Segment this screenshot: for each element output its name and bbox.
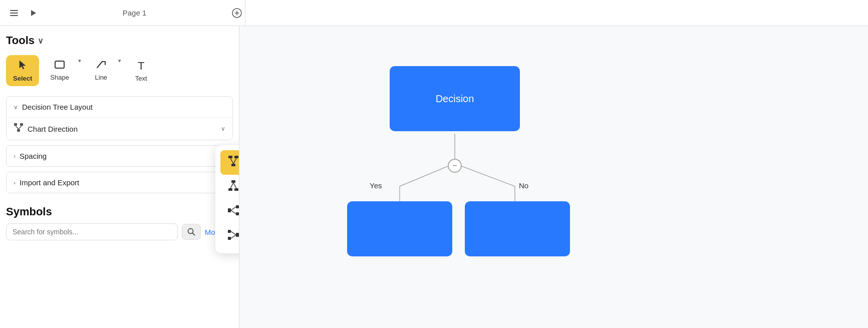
add-page-button[interactable]: [229, 5, 245, 21]
main-layout: Tools ∨ Select: [0, 26, 868, 328]
sidebar: Tools ∨ Select: [0, 26, 239, 328]
symbols-search-row: More: [6, 223, 233, 240]
decision-tree-header[interactable]: ∨ Decision Tree Layout: [7, 97, 232, 117]
svg-rect-23: [231, 180, 235, 183]
chart-direction-dropdown: Top Down Bottom Up: [215, 145, 239, 253]
svg-rect-24: [228, 188, 232, 191]
yes-label: Yes: [370, 181, 382, 190]
toolbar: Select Shape ▼: [6, 55, 233, 86]
dropdown-item-bottom-up[interactable]: Bottom Up: [220, 175, 239, 199]
svg-rect-9: [20, 123, 23, 126]
line-tool-button[interactable]: Line: [86, 56, 116, 85]
line-tool-container: Line ▼: [86, 56, 122, 85]
tab-bar: Page 1: [0, 0, 868, 26]
text-tool-button[interactable]: T Text: [126, 56, 156, 86]
dropdown-item-right-to-left[interactable]: Right to Left: [220, 224, 239, 248]
text-icon: T: [138, 60, 144, 73]
svg-line-21: [230, 158, 233, 164]
svg-line-40: [462, 166, 515, 186]
svg-line-27: [233, 183, 236, 188]
svg-rect-25: [234, 188, 238, 191]
svg-rect-7: [55, 61, 64, 68]
child-box-right[interactable]: [465, 201, 570, 256]
decision-tree-section: ∨ Decision Tree Layout Chart Direction ∨: [6, 96, 233, 140]
spacing-chevron: ›: [14, 153, 16, 160]
svg-rect-10: [17, 129, 20, 132]
chart-direction-icon: [14, 123, 24, 135]
line-label: Line: [95, 74, 108, 81]
shape-tool-button[interactable]: Shape: [43, 56, 76, 85]
top-down-icon: [227, 155, 239, 170]
search-input[interactable]: [6, 223, 178, 240]
import-export-label: Import and Export: [20, 178, 79, 187]
svg-line-36: [231, 231, 236, 235]
decision-tree-chevron: ∨: [14, 104, 18, 111]
svg-rect-29: [236, 205, 239, 208]
tools-header: Tools ∨: [6, 34, 233, 47]
svg-line-37: [231, 235, 236, 238]
import-export-section: › Import and Export: [6, 172, 233, 193]
select-label: Select: [13, 75, 32, 82]
svg-rect-28: [228, 208, 231, 212]
line-icon: [96, 60, 107, 72]
diagram: Decision − Yes No: [340, 66, 690, 306]
import-export-chevron: ›: [14, 179, 16, 186]
svg-line-32: [231, 210, 236, 214]
right-to-left-icon: [227, 229, 239, 243]
svg-line-31: [231, 207, 236, 210]
shape-arrow[interactable]: ▼: [77, 58, 82, 64]
spacing-label: Spacing: [20, 152, 47, 160]
dropdown-item-top-down[interactable]: Top Down: [220, 150, 239, 175]
tab-bar-left: Page 1: [6, 0, 245, 26]
svg-line-12: [19, 126, 22, 129]
shape-label: Shape: [50, 74, 69, 81]
svg-line-11: [16, 126, 19, 129]
decision-tree-label: Decision Tree Layout: [22, 103, 93, 111]
search-button[interactable]: [182, 224, 201, 240]
text-label: Text: [135, 75, 147, 82]
svg-rect-20: [231, 164, 235, 166]
list-icon-button[interactable]: [6, 5, 22, 21]
line-arrow[interactable]: ▼: [117, 58, 122, 64]
decision-box[interactable]: Decision: [390, 66, 520, 131]
cursor-icon: [17, 59, 28, 73]
tools-chevron[interactable]: ∨: [38, 36, 44, 46]
left-to-right-icon: [227, 204, 239, 219]
decision-label: Decision: [436, 93, 474, 105]
symbols-title: Symbols: [6, 205, 233, 218]
rect-icon: [54, 60, 65, 72]
play-icon-button[interactable]: [26, 6, 40, 20]
minus-circle[interactable]: −: [448, 159, 462, 173]
svg-rect-18: [228, 156, 232, 158]
svg-rect-8: [14, 123, 17, 126]
svg-rect-34: [228, 230, 231, 233]
tools-title: Tools: [6, 34, 35, 47]
svg-line-22: [233, 158, 236, 164]
canvas-area[interactable]: Decision − Yes No: [239, 26, 868, 328]
svg-rect-33: [236, 233, 239, 237]
spacing-header[interactable]: › Spacing: [7, 146, 232, 166]
chart-direction-chevron-icon: ∨: [221, 125, 225, 132]
svg-rect-19: [234, 156, 238, 158]
select-tool-button[interactable]: Select: [6, 55, 39, 86]
no-label: No: [519, 181, 528, 190]
chart-direction-label: Chart Direction: [28, 125, 217, 133]
bottom-up-icon: [227, 180, 239, 194]
svg-line-14: [192, 233, 194, 235]
shape-tool-container: Shape ▼: [43, 56, 82, 85]
chart-direction-row[interactable]: Chart Direction ∨: [7, 117, 232, 140]
page-label: Page 1: [44, 9, 225, 17]
dropdown-item-left-to-right[interactable]: Left to Right: [220, 199, 239, 224]
spacing-section: › Spacing: [6, 145, 233, 167]
svg-line-39: [400, 166, 448, 186]
import-export-header[interactable]: › Import and Export: [7, 172, 232, 193]
child-box-left[interactable]: [347, 201, 452, 256]
svg-rect-30: [236, 212, 239, 215]
svg-marker-3: [31, 10, 36, 16]
svg-rect-35: [228, 237, 231, 240]
svg-line-26: [230, 183, 233, 188]
